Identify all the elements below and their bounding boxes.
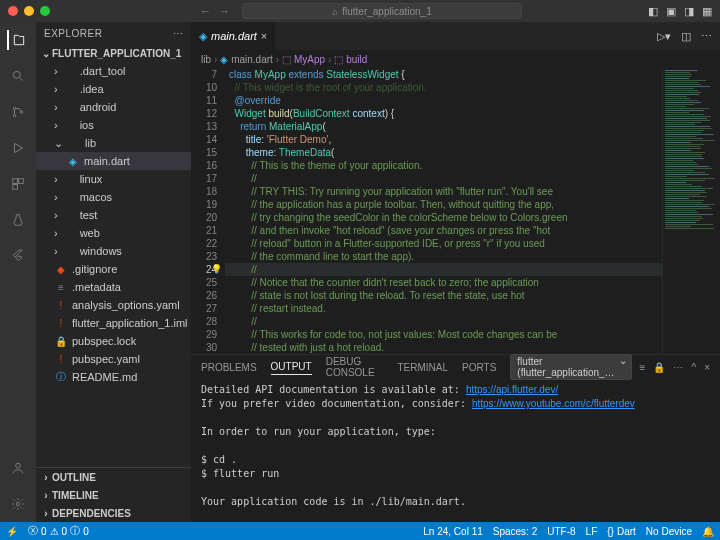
tree-item-ios[interactable]: ›ios bbox=[36, 116, 191, 134]
source-control-icon[interactable] bbox=[8, 102, 28, 122]
language-mode[interactable]: {} Dart bbox=[607, 526, 636, 537]
tree-item-main-dart[interactable]: ◈main.dart bbox=[36, 152, 191, 170]
encoding-status[interactable]: UTF-8 bbox=[547, 526, 575, 537]
testing-icon[interactable] bbox=[8, 210, 28, 230]
window-controls[interactable] bbox=[8, 6, 50, 16]
problems-status[interactable]: ⓧ 0 ⚠ 0 ⓘ 0 bbox=[28, 524, 89, 538]
tree-item--gitignore[interactable]: ◆.gitignore bbox=[36, 260, 191, 278]
panel-tab-ports[interactable]: PORTS bbox=[462, 360, 496, 375]
editor-more-icon[interactable]: ⋯ bbox=[701, 30, 712, 43]
code-content[interactable]: class MyApp extends StatelessWidget { //… bbox=[225, 68, 662, 354]
tree-item-web[interactable]: ›web bbox=[36, 224, 191, 242]
panel-tab-debug-console[interactable]: DEBUG CONSOLE bbox=[326, 354, 384, 380]
settings-gear-icon[interactable] bbox=[8, 494, 28, 514]
panel-tab-problems[interactable]: PROBLEMS bbox=[201, 360, 257, 375]
tree-item-linux[interactable]: ›linux bbox=[36, 170, 191, 188]
explorer-icon[interactable] bbox=[7, 30, 27, 50]
yaml-icon: ! bbox=[54, 300, 68, 311]
tree-item--dart-tool[interactable]: ›.dart_tool bbox=[36, 62, 191, 80]
nav-forward-icon[interactable]: → bbox=[219, 5, 230, 17]
maximize-panel-icon[interactable]: ^ bbox=[691, 362, 696, 373]
output-content[interactable]: Detailed API documentation is available … bbox=[191, 379, 720, 522]
layout-secondary-icon[interactable]: ◨ bbox=[684, 5, 694, 18]
breadcrumb-main.dart[interactable]: ◈ main.dart bbox=[220, 54, 272, 65]
customize-layout-icon[interactable]: ▦ bbox=[702, 5, 712, 18]
flutter-icon[interactable] bbox=[8, 246, 28, 266]
tab-label: main.dart bbox=[211, 30, 257, 42]
output-channel-selector[interactable]: flutter (flutter_application_… bbox=[510, 354, 631, 380]
breadcrumb-lib[interactable]: lib bbox=[201, 54, 211, 65]
sidebar-title: EXPLORER bbox=[44, 28, 102, 39]
chevron-right-icon: › bbox=[40, 508, 52, 519]
maximize-window-icon[interactable] bbox=[40, 6, 50, 16]
tree-item-pubspec-yaml[interactable]: !pubspec.yaml bbox=[36, 350, 191, 368]
layout-primary-icon[interactable]: ◧ bbox=[648, 5, 658, 18]
chevron-icon: ⌄ bbox=[54, 137, 63, 150]
extensions-icon[interactable] bbox=[8, 174, 28, 194]
notifications-icon[interactable]: 🔔 bbox=[702, 526, 714, 537]
bottom-panel: PROBLEMSOUTPUTDEBUG CONSOLETERMINALPORTS… bbox=[191, 354, 720, 522]
svg-point-8 bbox=[16, 502, 20, 506]
section-outline[interactable]: ›OUTLINE bbox=[36, 468, 191, 486]
device-selector[interactable]: No Device bbox=[646, 526, 692, 537]
svg-point-2 bbox=[13, 114, 15, 116]
tree-item-flutter-application-1-iml[interactable]: !flutter_application_1.iml bbox=[36, 314, 191, 332]
close-tab-icon[interactable]: × bbox=[261, 30, 267, 42]
layout-panel-icon[interactable]: ▣ bbox=[666, 5, 676, 18]
tree-item-analysis-options-yaml[interactable]: !analysis_options.yaml bbox=[36, 296, 191, 314]
tree-item-README-md[interactable]: ⓘREADME.md bbox=[36, 368, 191, 386]
svg-rect-6 bbox=[13, 185, 18, 190]
close-panel-icon[interactable]: × bbox=[704, 362, 710, 373]
yaml-icon: ! bbox=[54, 318, 68, 329]
breadcrumbs[interactable]: lib›◈ main.dart›⬚ MyApp›⬚ build bbox=[191, 50, 720, 68]
tree-item-android[interactable]: ›android bbox=[36, 98, 191, 116]
minimize-window-icon[interactable] bbox=[24, 6, 34, 16]
lock-scroll-icon[interactable]: 🔒 bbox=[653, 362, 665, 373]
chevron-icon: › bbox=[54, 209, 58, 221]
remote-indicator[interactable]: ⚡ bbox=[6, 526, 18, 537]
svg-rect-4 bbox=[13, 179, 18, 184]
tree-item-pubspec-lock[interactable]: 🔒pubspec.lock bbox=[36, 332, 191, 350]
project-name: FLUTTER_APPLICATION_1 bbox=[52, 48, 181, 59]
close-window-icon[interactable] bbox=[8, 6, 18, 16]
panel-tab-terminal[interactable]: TERMINAL bbox=[397, 360, 448, 375]
yaml-icon: ! bbox=[54, 354, 68, 365]
minimap[interactable] bbox=[662, 68, 720, 354]
eol-status[interactable]: LF bbox=[586, 526, 598, 537]
lightbulb-icon[interactable]: 💡 bbox=[211, 263, 222, 276]
tree-item-test[interactable]: ›test bbox=[36, 206, 191, 224]
tree-item-lib[interactable]: ⌄lib bbox=[36, 134, 191, 152]
section-timeline[interactable]: ›TIMELINE bbox=[36, 486, 191, 504]
panel-tabs: PROBLEMSOUTPUTDEBUG CONSOLETERMINALPORTS… bbox=[191, 355, 720, 379]
code-editor[interactable]: 7101112131415161718192021222324252627282… bbox=[191, 68, 662, 354]
svg-rect-5 bbox=[19, 179, 24, 184]
tree-item--idea[interactable]: ›.idea bbox=[36, 80, 191, 98]
tree-item--metadata[interactable]: ≡.metadata bbox=[36, 278, 191, 296]
accounts-icon[interactable] bbox=[8, 458, 28, 478]
chevron-icon: › bbox=[54, 101, 58, 113]
md-icon: ⓘ bbox=[54, 370, 68, 384]
tree-item-macos[interactable]: ›macos bbox=[36, 188, 191, 206]
debug-start-icon[interactable]: ▷▾ bbox=[657, 30, 671, 43]
tab-main-dart[interactable]: ◈ main.dart × bbox=[191, 22, 276, 50]
nav-back-icon[interactable]: ← bbox=[200, 5, 211, 17]
chevron-down-icon: ⌄ bbox=[40, 48, 52, 59]
tree-item-windows[interactable]: ›windows bbox=[36, 242, 191, 260]
chevron-icon: › bbox=[54, 119, 58, 131]
cursor-position[interactable]: Ln 24, Col 11 bbox=[423, 526, 483, 537]
sidebar-more-icon[interactable]: ⋯ bbox=[173, 28, 184, 39]
tab-bar: ◈ main.dart × ▷▾ ◫ ⋯ bbox=[191, 22, 720, 50]
svg-point-1 bbox=[13, 107, 15, 109]
more-icon[interactable]: ⋯ bbox=[673, 362, 683, 373]
run-debug-icon[interactable] bbox=[8, 138, 28, 158]
breadcrumb-MyApp[interactable]: ⬚ MyApp bbox=[282, 54, 325, 65]
project-section-header[interactable]: ⌄ FLUTTER_APPLICATION_1 bbox=[36, 44, 191, 62]
breadcrumb-build[interactable]: ⬚ build bbox=[334, 54, 367, 65]
panel-tab-output[interactable]: OUTPUT bbox=[271, 359, 312, 375]
section-dependencies[interactable]: ›DEPENDENCIES bbox=[36, 504, 191, 522]
indentation-status[interactable]: Spaces: 2 bbox=[493, 526, 537, 537]
command-center[interactable]: ⌕ flutter_application_1 bbox=[242, 3, 522, 19]
split-editor-icon[interactable]: ◫ bbox=[681, 30, 691, 43]
search-icon[interactable] bbox=[8, 66, 28, 86]
filter-icon[interactable]: ≡ bbox=[640, 362, 646, 373]
